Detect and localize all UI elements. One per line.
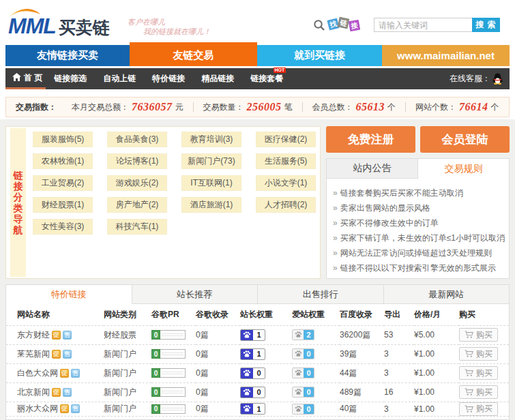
- register-button[interactable]: 免费注册: [326, 126, 415, 153]
- nav-link-filter[interactable]: 链接筛选: [46, 68, 95, 89]
- rules-list: »链接套餐购买后买家不能主动取消 »卖家出售网站的显示风格 »买家不得修改生效中…: [327, 179, 509, 275]
- category-item[interactable]: 教育培训(3): [181, 132, 241, 147]
- nav-auto-link[interactable]: 自动上链: [95, 68, 144, 89]
- aizhan-weight-cell: 0: [292, 363, 340, 382]
- category-item[interactable]: 新闻门户(73): [181, 153, 241, 169]
- site-category: 新闻门户: [104, 382, 151, 402]
- rule-item[interactable]: »网站无法正常访问或掉链超过3天处理规则: [333, 245, 509, 260]
- tab-sales-ranking[interactable]: 出售排行: [258, 285, 384, 303]
- category-side-strip: 链 接 分 类 导 航: [10, 128, 26, 277]
- category-side-label: 链 接 分 类 导 航: [14, 170, 23, 235]
- chinaz-weight-value: 1: [253, 404, 265, 414]
- nav-home[interactable]: 首 页: [5, 68, 46, 89]
- col-category: 网站类别: [104, 304, 151, 325]
- buy-button-label: 购买: [476, 387, 492, 398]
- category-item[interactable]: 农林牧渔(1): [33, 153, 93, 169]
- paw-icon-gray: [293, 330, 304, 340]
- category-item[interactable]: 服装服饰(5): [33, 132, 93, 147]
- category-item[interactable]: 生活服务(5): [256, 153, 316, 169]
- logo-chinese-text: 买卖链: [59, 18, 110, 37]
- search-input[interactable]: [374, 18, 472, 32]
- chinaz-weight-cell: 1: [240, 402, 292, 416]
- chinaz-weight-value: 0: [253, 387, 265, 397]
- category-item[interactable]: 论坛博客(1): [107, 153, 167, 169]
- category-item[interactable]: 科技汽车(1): [107, 219, 167, 235]
- nav-premium-link[interactable]: 精品链接: [193, 68, 242, 89]
- buy-button-label: 购买: [476, 329, 492, 341]
- tab-trade-rules[interactable]: 交易规则: [418, 159, 509, 179]
- buy-button[interactable]: 购买: [459, 385, 498, 399]
- aizhan-weight-value: 0: [304, 387, 314, 397]
- site-logo[interactable]: MML 买卖链: [8, 16, 110, 37]
- banner-seg-domain[interactable]: www.maimailian.net: [382, 45, 510, 66]
- category-item[interactable]: 工业贸易(2): [33, 175, 93, 191]
- category-item[interactable]: 女性美容(3): [33, 219, 93, 235]
- promo-badge: 促: [60, 369, 69, 378]
- sale-badge: 售: [71, 404, 80, 413]
- slogan-line1: 客户在哪儿: [128, 17, 211, 27]
- page: MML 买卖链 客户在哪儿 我的链接就在哪儿！ 找 链 接 搜 索 友情链接买卖…: [5, 0, 510, 420]
- stat-member-count-label: 会员总数：: [312, 102, 353, 113]
- category-item[interactable]: 医疗保健(2): [256, 132, 316, 147]
- slogan: 客户在哪儿 我的链接就在哪儿！: [128, 17, 211, 36]
- nav-link-package[interactable]: 链接套餐 HOT: [242, 68, 291, 89]
- qq-icon[interactable]: [492, 73, 503, 85]
- category-item[interactable]: IT互联网(1): [181, 175, 241, 191]
- site-name-link[interactable]: 丽水大众网: [17, 403, 58, 415]
- rule-item[interactable]: »链接套餐购买后买家不能主动取消: [333, 185, 509, 200]
- login-button[interactable]: 会员登陆: [420, 126, 510, 153]
- tab-special-links[interactable]: 特价链接: [6, 285, 132, 304]
- chinaz-weight-cell: 1: [240, 325, 292, 344]
- google-pr-cell: 0: [151, 363, 196, 382]
- tab-site-announcement[interactable]: 站内公告: [327, 159, 418, 178]
- chinaz-weight-badge: 0: [240, 368, 265, 379]
- banner-seg-link-trade[interactable]: 友情链接买卖: [5, 45, 130, 66]
- buy-button[interactable]: 购买: [459, 328, 498, 342]
- tab-newest-sites[interactable]: 最新网站: [384, 285, 510, 303]
- site-category: 新闻门户: [104, 344, 151, 363]
- account-buttons: 免费注册 会员登陆: [326, 126, 510, 153]
- price-cell: ¥1.00: [414, 344, 459, 363]
- stat-site-count-value: 76614: [459, 101, 488, 113]
- banner-seg-friend-link[interactable]: 友链交易: [130, 42, 257, 66]
- search-button[interactable]: 搜 索: [472, 18, 500, 32]
- category-item[interactable]: 小说文学(1): [256, 175, 316, 191]
- site-name-link[interactable]: 东方财经: [17, 329, 50, 341]
- category-item[interactable]: 游戏娱乐(2): [107, 175, 167, 191]
- google-pr-bar: [160, 404, 186, 414]
- banner-seg-buy-link[interactable]: 就到买链接: [257, 45, 382, 66]
- rule-bullet: »: [333, 248, 338, 258]
- main-nav: 首 页 链接筛选 自动上链 特价链接 精品链接 链接套餐 HOT 在线客服：: [5, 68, 510, 89]
- category-item[interactable]: 酒店旅游(1): [181, 197, 241, 213]
- tab-webmaster-picks[interactable]: 站长推荐: [132, 285, 259, 303]
- baidu-indexed-cell: 36200篇: [340, 325, 384, 344]
- stats-divider: [405, 102, 406, 112]
- buy-button[interactable]: 购买: [459, 347, 498, 361]
- hot-badge: HOT: [274, 68, 286, 73]
- chinaz-weight-value: 1: [253, 330, 265, 340]
- category-item[interactable]: 人才招聘(2): [256, 197, 316, 213]
- promo-badge: 促: [52, 388, 61, 397]
- chinaz-weight-cell: 0: [240, 382, 292, 402]
- site-name-link[interactable]: 莱芜新闻: [17, 348, 50, 360]
- rule-item[interactable]: »卖家出售网站的显示风格: [333, 200, 509, 215]
- site-name-link[interactable]: 北京新闻: [17, 387, 50, 398]
- buy-button[interactable]: 购买: [459, 366, 498, 380]
- stat-month-total-label: 本月交易总额：: [72, 102, 129, 113]
- rule-item[interactable]: »买家不得修改生效中的订单: [333, 215, 509, 230]
- stats-divider: [193, 102, 194, 112]
- category-grid: 服装服饰(5) 食品美食(3) 教育培训(3) 医疗保健(2) 农林牧渔(1) …: [33, 127, 320, 235]
- rule-item[interactable]: »链接不得以以下对搜索引擎无效的形式展示: [333, 260, 509, 275]
- rule-bullet: »: [333, 233, 338, 243]
- nav-special-link[interactable]: 特价链接: [144, 68, 193, 89]
- site-name-link[interactable]: 白色大众网: [17, 368, 58, 379]
- rule-item[interactable]: »买家下错订单，未生效的订单≤1小时可以取消: [333, 230, 509, 245]
- buy-button[interactable]: 购买: [459, 402, 498, 416]
- chinaz-weight-badge: 0: [240, 387, 265, 398]
- category-item[interactable]: 食品美食(3): [107, 132, 167, 147]
- google-pr-badge: 0: [151, 330, 186, 340]
- google-pr-badge: 0: [151, 404, 186, 414]
- category-item[interactable]: 财经股票(1): [33, 197, 93, 213]
- stat-month-total-unit: 元: [175, 102, 183, 113]
- category-item[interactable]: 房产地产(2): [107, 197, 167, 213]
